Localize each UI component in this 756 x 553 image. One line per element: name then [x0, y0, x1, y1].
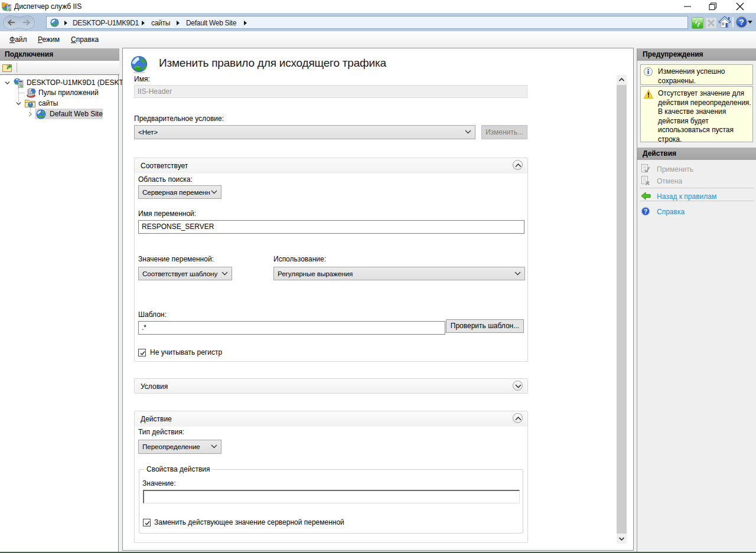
svg-text:?: ?	[739, 18, 744, 27]
svg-text:?: ?	[644, 208, 647, 215]
